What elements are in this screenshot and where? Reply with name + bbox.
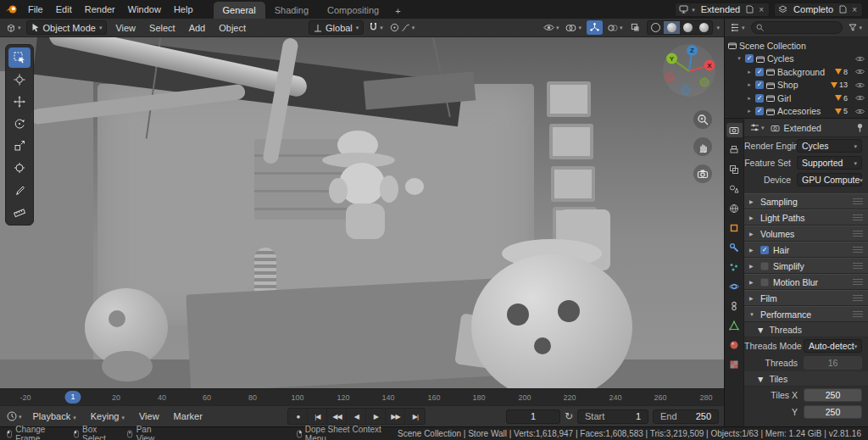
jump-to-start-button[interactable]: |◀: [308, 409, 327, 424]
disclosure-triangle-icon[interactable]: ▸: [746, 69, 753, 75]
scene-selector[interactable]: ▾ Extended ×: [675, 3, 770, 17]
proportional-editing-button[interactable]: ▾: [388, 20, 417, 35]
frame-start-field[interactable]: Start 1: [577, 409, 648, 424]
current-frame-indicator[interactable]: 1: [64, 391, 81, 404]
frame-number-field[interactable]: 1: [506, 409, 560, 424]
tool-move[interactable]: [8, 92, 31, 112]
motion-blur-checkbox[interactable]: [760, 278, 769, 287]
xray-toggle[interactable]: [627, 20, 643, 35]
eye-icon[interactable]: [855, 69, 865, 75]
show-gizmo-toggle[interactable]: [587, 20, 603, 35]
properties-editor-type-button[interactable]: ▾: [748, 120, 766, 135]
tab-material-properties[interactable]: [726, 337, 743, 352]
outliner-row-background[interactable]: ▸ ✓ Background 8: [725, 65, 868, 79]
play-button[interactable]: ▶: [366, 409, 386, 424]
shading-rendered-button[interactable]: [696, 21, 712, 34]
tab-output-properties[interactable]: [726, 142, 743, 157]
tool-rotate[interactable]: [8, 114, 31, 134]
keying-menu[interactable]: Keying ▾: [86, 409, 130, 424]
subsection-tiles[interactable]: ▼ Tiles: [744, 371, 868, 387]
viewport-3d[interactable]: Z Y X: [0, 37, 724, 388]
subsection-threads[interactable]: ▼ Threads: [744, 322, 868, 337]
tab-texture-properties[interactable]: [726, 357, 743, 371]
pan-button[interactable]: [693, 137, 712, 156]
menu-help[interactable]: Help: [168, 2, 199, 17]
outliner-filter-button[interactable]: ▾: [847, 20, 864, 35]
shading-popover-chevron[interactable]: ▾: [716, 25, 720, 31]
section-volumes[interactable]: ▶ Volumes: [744, 226, 868, 242]
tab-render-properties[interactable]: [726, 123, 743, 137]
viewport-menu-add[interactable]: Add: [184, 20, 211, 36]
tab-modifier-properties[interactable]: [726, 240, 743, 254]
eye-icon[interactable]: [855, 95, 865, 101]
collection-checkbox[interactable]: ✓: [745, 54, 754, 63]
tiles-y-field[interactable]: 250: [804, 405, 862, 419]
section-motion-blur[interactable]: ▶ Motion Blur: [744, 274, 868, 290]
tab-shading[interactable]: Shading: [265, 2, 318, 19]
outliner-row-scene-collection[interactable]: Scene Collection: [725, 39, 868, 53]
outliner-row-girl[interactable]: ▸ ✓ Girl 6: [725, 92, 868, 105]
outliner-search-input[interactable]: [751, 21, 843, 34]
section-performance[interactable]: ▼ Performance: [744, 306, 868, 322]
zoom-button[interactable]: [693, 110, 712, 129]
tab-object-properties[interactable]: [726, 220, 743, 235]
render-engine-dropdown[interactable]: Cycles▾: [797, 139, 862, 153]
editor-type-button[interactable]: ▾: [4, 20, 23, 35]
tool-scale[interactable]: [8, 136, 31, 156]
section-sampling[interactable]: ▶ Sampling: [744, 193, 868, 209]
view-menu[interactable]: View: [134, 409, 164, 424]
tool-annotate[interactable]: [8, 180, 31, 200]
feature-set-dropdown[interactable]: Supported▾: [797, 156, 862, 170]
viewport-menu-select[interactable]: Select: [144, 20, 181, 36]
menu-window[interactable]: Window: [122, 2, 167, 17]
tab-constraint-properties[interactable]: [726, 298, 743, 313]
tab-physics-properties[interactable]: [726, 279, 743, 293]
outliner-row-shop[interactable]: ▸ ✓ Shop 13: [725, 79, 868, 92]
tiles-x-field[interactable]: 250: [804, 388, 862, 402]
collection-checkbox[interactable]: ✓: [755, 107, 764, 115]
outliner-row-accesories[interactable]: ▸ ✓ Accesories 5: [725, 105, 868, 119]
collection-checkbox[interactable]: ✓: [755, 94, 764, 103]
play-reverse-button[interactable]: ◀: [347, 409, 366, 424]
remove-view-layer-button[interactable]: ×: [850, 5, 859, 14]
show-overlays-toggle[interactable]: ▾: [606, 20, 625, 35]
marker-menu[interactable]: Marker: [169, 409, 208, 424]
section-hair[interactable]: ▶ ✓ Hair: [744, 242, 868, 258]
previous-keyframe-button[interactable]: ◀◀: [327, 409, 347, 424]
tab-object-data-properties[interactable]: [726, 318, 743, 332]
blender-logo-icon[interactable]: [5, 4, 18, 14]
disclosure-triangle-icon[interactable]: ▸: [746, 95, 753, 102]
new-scene-icon[interactable]: [746, 5, 754, 14]
outliner-row-cycles[interactable]: ▾ ✓ Cycles: [725, 53, 868, 66]
collection-checkbox[interactable]: ✓: [755, 68, 764, 76]
viewport-menu-view[interactable]: View: [110, 20, 141, 36]
device-dropdown[interactable]: GPU Compute▾: [797, 173, 862, 187]
section-light-paths[interactable]: ▶ Light Paths: [744, 209, 868, 226]
next-keyframe-button[interactable]: ▶▶: [386, 409, 405, 424]
tab-compositing[interactable]: Compositing: [318, 2, 388, 19]
tab-scene-properties[interactable]: [726, 181, 743, 196]
viewport-menu-object[interactable]: Object: [214, 20, 251, 36]
eye-icon[interactable]: [855, 82, 865, 88]
timeline-editor-type-button[interactable]: ▾: [5, 409, 24, 424]
add-view-layer-icon[interactable]: [839, 5, 847, 14]
transform-orientation-dropdown[interactable]: Global ▾: [309, 20, 364, 35]
tool-cursor[interactable]: [8, 70, 31, 90]
navigation-gizmo[interactable]: Z Y X: [661, 42, 717, 98]
unlink-scene-button[interactable]: ×: [757, 5, 765, 14]
menu-file[interactable]: File: [22, 2, 49, 17]
shading-wireframe-button[interactable]: [648, 21, 664, 34]
tab-view-layer-properties[interactable]: [726, 162, 743, 176]
section-film[interactable]: ▶ Film: [744, 290, 868, 306]
collection-checkbox[interactable]: ✓: [755, 81, 764, 89]
add-workspace-button[interactable]: +: [388, 3, 407, 19]
simplify-checkbox[interactable]: [760, 262, 769, 270]
snap-toggle-button[interactable]: ▾: [367, 20, 385, 35]
outliner-editor-type-button[interactable]: ▾: [729, 20, 747, 35]
eye-icon[interactable]: [855, 109, 865, 114]
mode-dropdown[interactable]: Object Mode ▾: [26, 20, 108, 35]
view-layer-selector[interactable]: Completo ×: [774, 3, 863, 17]
eye-icon[interactable]: [855, 56, 865, 62]
tab-general[interactable]: General: [214, 2, 265, 19]
tab-particle-properties[interactable]: [726, 259, 743, 274]
